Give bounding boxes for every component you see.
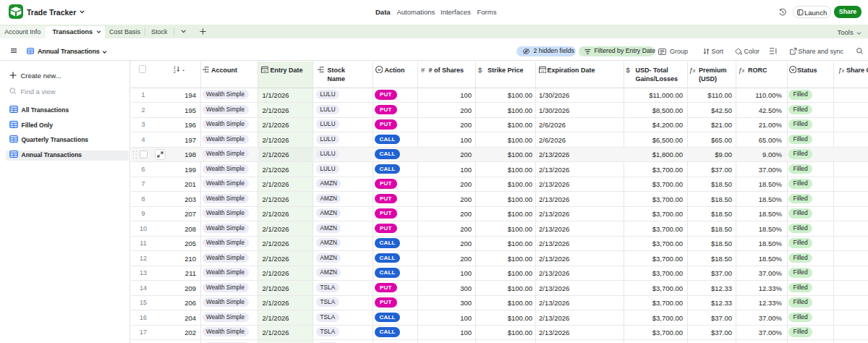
- svg-text:31: 31: [540, 69, 544, 72]
- svg-text:2: 2: [174, 69, 176, 73]
- svg-text:31: 31: [263, 69, 266, 72]
